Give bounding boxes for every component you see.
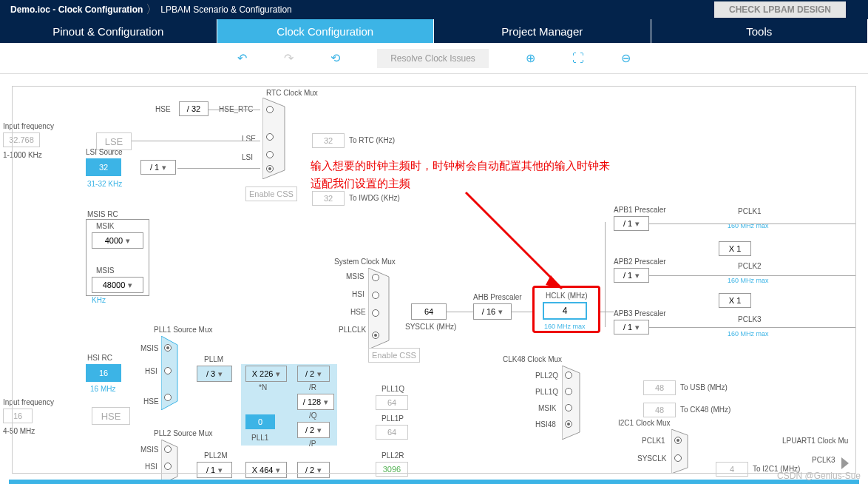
tab-clock[interactable]: Clock Configuration <box>217 19 435 43</box>
sysclk-hse: HSE <box>350 308 366 316</box>
wire <box>132 141 260 141</box>
input-freq-label-2: Input frequency <box>3 398 54 406</box>
pll2-radio-hsi[interactable] <box>164 463 172 470</box>
sysclk-out-label: SYSCLK (MHz) <box>405 323 456 331</box>
pll2r-val: 3096 <box>376 462 408 477</box>
usb-label: To USB (MHz) <box>680 383 728 391</box>
pll1-radio-msis[interactable] <box>164 344 172 352</box>
top-bar: Demo.ioc - Clock Configuration 〉 LPBAM S… <box>0 0 868 19</box>
lsi-div[interactable]: / 1 <box>140 160 176 175</box>
apb1-x1: X 1 <box>719 241 751 256</box>
usb-val: 48 <box>643 380 676 395</box>
sysclk-radio-hse[interactable] <box>372 309 379 317</box>
lpuart-pclk3: PCLK3 <box>812 456 835 464</box>
pllm-label: PLLM <box>204 355 223 363</box>
input-range-1: 1-1000 KHz <box>3 151 42 159</box>
breadcrumb-item-1[interactable]: Demo.ioc - Clock Configuration <box>10 4 143 15</box>
sysclk-pllclk: PLLCLK <box>339 326 366 334</box>
rtc-radio-lse[interactable] <box>266 133 274 141</box>
enable-css-2[interactable]: Enable CSS <box>368 348 420 363</box>
input-range-2: 4-50 MHz <box>3 427 35 435</box>
pll2n-val[interactable]: X 464 <box>245 462 287 478</box>
wire <box>649 275 856 276</box>
clk48-radio-2[interactable] <box>565 388 572 395</box>
clock-tree-canvas[interactable]: Input frequency 32.768 1-1000 KHz Input … <box>0 74 868 484</box>
pclk1-label: PCLK1 <box>738 207 762 215</box>
rtc-radio-none[interactable] <box>266 165 274 172</box>
i2c1-radio-1[interactable] <box>674 437 682 444</box>
zoom-out-icon[interactable]: ⊖ <box>621 51 631 65</box>
pllm-val[interactable]: / 3 <box>197 366 232 382</box>
reset-icon[interactable]: ⟲ <box>330 51 340 65</box>
clk48-msik: MSIK <box>538 404 556 412</box>
pll2r-div[interactable]: / 2 <box>297 462 330 478</box>
sysclk-radio-msis[interactable] <box>372 274 379 281</box>
clk48-hsi48: HSI48 <box>535 420 556 428</box>
zoom-in-icon[interactable]: ⊕ <box>526 51 535 65</box>
clk48-radio-1[interactable] <box>565 372 572 379</box>
div-32: / 32 <box>179 101 208 116</box>
undo-icon[interactable]: ↶ <box>237 51 247 65</box>
input-freq-1[interactable]: 32.768 <box>3 132 40 147</box>
input-freq-2[interactable]: 16 <box>3 409 33 423</box>
rtc-radio-hse[interactable] <box>266 106 274 113</box>
ahb-val[interactable]: / 16 <box>473 303 512 320</box>
i2c1-val: 4 <box>716 462 748 477</box>
plln-label: *N <box>259 383 267 391</box>
hse-box: HSE <box>92 407 130 425</box>
hsi-rc-label: HSI RC <box>87 354 112 362</box>
pll2-src-title: PLL2 Source Mux <box>154 429 213 437</box>
pll1p-val: 64 <box>376 425 408 440</box>
breadcrumb-item-2[interactable]: LPBAM Scenario & Configuration <box>160 4 291 15</box>
tab-tools[interactable]: Tools <box>651 19 869 43</box>
lsi-val[interactable]: 32 <box>86 158 121 176</box>
wire <box>512 312 532 312</box>
clk48-title: CLK48 Clock Mux <box>503 355 562 363</box>
pllp-val[interactable]: / 2 <box>297 422 330 438</box>
i2c1-pclk1: PCLK1 <box>642 437 665 445</box>
msis-rc-frame <box>86 219 149 296</box>
ck48-label: To CK48 (MHz) <box>680 406 730 414</box>
hse-label: HSE <box>155 105 171 113</box>
hsi-val[interactable]: 16 <box>86 364 121 382</box>
apb1-val[interactable]: / 1 <box>614 216 649 231</box>
check-lpbam-button[interactable]: CHECK LPBAM DESIGN <box>714 1 846 18</box>
pll2-radio-msis[interactable] <box>164 446 172 453</box>
wire <box>649 223 856 224</box>
i2c1-radio-2[interactable] <box>674 454 682 462</box>
pllr-val[interactable]: / 2 <box>297 366 330 382</box>
pclk2-max: 160 MHz max <box>728 277 769 284</box>
pll1-radio-hse[interactable] <box>164 394 172 401</box>
pll1-src-title: PLL1 Source Mux <box>154 326 213 334</box>
clk48-radio-4[interactable] <box>565 420 572 428</box>
sysclk-radio-hsi[interactable] <box>372 292 379 299</box>
pll1-hse: HSE <box>143 397 159 406</box>
rtc-out-label: To RTC (KHz) <box>349 136 395 144</box>
lsi-source-label: LSI Source <box>86 148 122 156</box>
apb2-val[interactable]: / 1 <box>614 268 649 283</box>
tab-project[interactable]: Project Manager <box>434 19 651 43</box>
sysclk-hsi: HSI <box>352 290 365 298</box>
pllq-val[interactable]: / 128 <box>297 394 334 410</box>
pclk2-label: PCLK2 <box>738 262 762 270</box>
hclk-input[interactable]: 4 <box>543 302 587 320</box>
tab-pinout[interactable]: Pinout & Configuration <box>0 19 217 43</box>
enable-css-1[interactable]: Enable CSS <box>245 186 297 201</box>
rtc-radio-lsi[interactable] <box>266 151 274 158</box>
plln-val[interactable]: X 226 <box>245 366 287 382</box>
hsi-mhz: 16 MHz <box>90 385 115 393</box>
i2c1-sysclk: SYSCLK <box>637 454 666 463</box>
pll1q-val: 64 <box>376 395 408 410</box>
fullscreen-icon[interactable]: ⛶ <box>572 52 584 65</box>
apb3-val[interactable]: / 1 <box>614 320 649 335</box>
clk48-radio-3[interactable] <box>565 404 572 411</box>
pll1-radio-hsi[interactable] <box>164 367 172 374</box>
sysclk-radio-pllclk[interactable] <box>372 332 379 339</box>
i2c1-mux <box>671 429 694 474</box>
resolve-button[interactable]: Resolve Clock Issues <box>377 49 489 68</box>
apb3-label: APB3 Prescaler <box>614 309 666 317</box>
pll2m-val[interactable]: / 1 <box>197 462 232 478</box>
watermark: CSDN @Genius-Sue <box>777 471 861 481</box>
nav-right-icon[interactable] <box>841 457 849 469</box>
redo-icon[interactable]: ↷ <box>284 51 294 65</box>
